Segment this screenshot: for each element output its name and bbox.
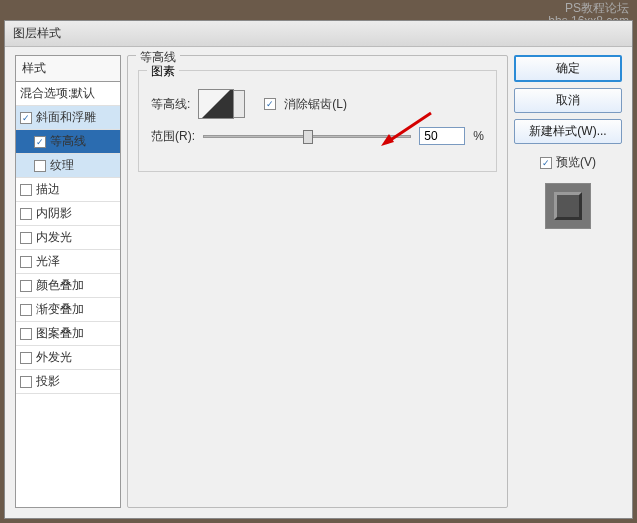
styles-header: 样式 (15, 55, 121, 81)
dialog-title: 图层样式 (13, 26, 61, 40)
style-label: 混合选项:默认 (20, 85, 95, 102)
checkbox-icon[interactable] (20, 184, 32, 196)
svg-line-0 (386, 113, 431, 143)
new-style-button[interactable]: 新建样式(W)... (514, 119, 622, 144)
style-label: 渐变叠加 (36, 301, 84, 318)
checkbox-icon[interactable] (20, 376, 32, 388)
preview-checkbox[interactable] (540, 157, 552, 169)
style-label: 内发光 (36, 229, 72, 246)
style-label: 斜面和浮雕 (36, 109, 96, 126)
button-label: 确定 (556, 61, 580, 75)
antialias-checkbox[interactable] (264, 98, 276, 110)
style-label: 外发光 (36, 349, 72, 366)
style-item-gradient-overlay[interactable]: 渐变叠加 (16, 298, 120, 322)
checkbox-icon[interactable] (20, 280, 32, 292)
checkbox-icon[interactable] (20, 256, 32, 268)
antialias-label: 消除锯齿(L) (284, 96, 347, 113)
style-item-pattern-overlay[interactable]: 图案叠加 (16, 322, 120, 346)
preview-label: 预览(V) (556, 154, 596, 171)
ok-button[interactable]: 确定 (514, 55, 622, 82)
annotation-arrow (376, 108, 436, 151)
style-item-outer-glow[interactable]: 外发光 (16, 346, 120, 370)
style-label: 光泽 (36, 253, 60, 270)
preview-bevel-icon (554, 192, 582, 220)
style-label: 投影 (36, 373, 60, 390)
checkbox-icon[interactable] (20, 304, 32, 316)
style-label: 图案叠加 (36, 325, 84, 342)
range-label: 范围(R): (151, 128, 195, 145)
style-item-contour[interactable]: 等高线 (16, 130, 120, 154)
elements-title: 图素 (147, 63, 179, 80)
style-item-texture[interactable]: 纹理 (16, 154, 120, 178)
slider-thumb[interactable] (303, 130, 313, 144)
button-label: 取消 (556, 93, 580, 107)
preview-swatch (545, 183, 591, 229)
right-column: 确定 取消 新建样式(W)... 预览(V) (514, 55, 622, 508)
contour-picker[interactable] (198, 89, 234, 119)
style-item-satin[interactable]: 光泽 (16, 250, 120, 274)
cancel-button[interactable]: 取消 (514, 88, 622, 113)
preview-row: 预览(V) (514, 154, 622, 171)
styles-panel: 样式 混合选项:默认 斜面和浮雕 等高线 纹理 描边 内阴影 内发光 光泽 颜色… (15, 55, 121, 508)
style-item-stroke[interactable]: 描边 (16, 178, 120, 202)
main-panel: 等高线 图素 等高线: 消除锯齿(L) 范围(R): (127, 55, 508, 508)
style-item-inner-glow[interactable]: 内发光 (16, 226, 120, 250)
percent-label: % (473, 129, 484, 143)
svg-marker-1 (381, 134, 394, 146)
style-label: 内阴影 (36, 205, 72, 222)
contour-label: 等高线: (151, 96, 190, 113)
button-label: 新建样式(W)... (529, 124, 606, 138)
dialog-content: 样式 混合选项:默认 斜面和浮雕 等高线 纹理 描边 内阴影 内发光 光泽 颜色… (5, 45, 632, 518)
style-item-drop-shadow[interactable]: 投影 (16, 370, 120, 394)
styles-list: 混合选项:默认 斜面和浮雕 等高线 纹理 描边 内阴影 内发光 光泽 颜色叠加 … (15, 81, 121, 508)
style-label: 描边 (36, 181, 60, 198)
dialog-title-bar[interactable]: 图层样式 (5, 21, 632, 47)
layer-style-dialog: 图层样式 样式 混合选项:默认 斜面和浮雕 等高线 纹理 描边 内阴影 内发光 … (4, 20, 633, 519)
checkbox-icon[interactable] (20, 208, 32, 220)
style-label: 颜色叠加 (36, 277, 84, 294)
style-item-blend-options[interactable]: 混合选项:默认 (16, 82, 120, 106)
checkbox-icon[interactable] (20, 328, 32, 340)
checkbox-icon[interactable] (20, 232, 32, 244)
elements-group: 图素 等高线: 消除锯齿(L) 范围(R): % (138, 70, 497, 172)
style-item-bevel[interactable]: 斜面和浮雕 (16, 106, 120, 130)
checkbox-icon[interactable] (34, 160, 46, 172)
checkbox-icon[interactable] (20, 112, 32, 124)
style-label: 纹理 (50, 157, 74, 174)
checkbox-icon[interactable] (34, 136, 46, 148)
checkbox-icon[interactable] (20, 352, 32, 364)
style-label: 等高线 (50, 133, 86, 150)
style-item-color-overlay[interactable]: 颜色叠加 (16, 274, 120, 298)
style-item-inner-shadow[interactable]: 内阴影 (16, 202, 120, 226)
